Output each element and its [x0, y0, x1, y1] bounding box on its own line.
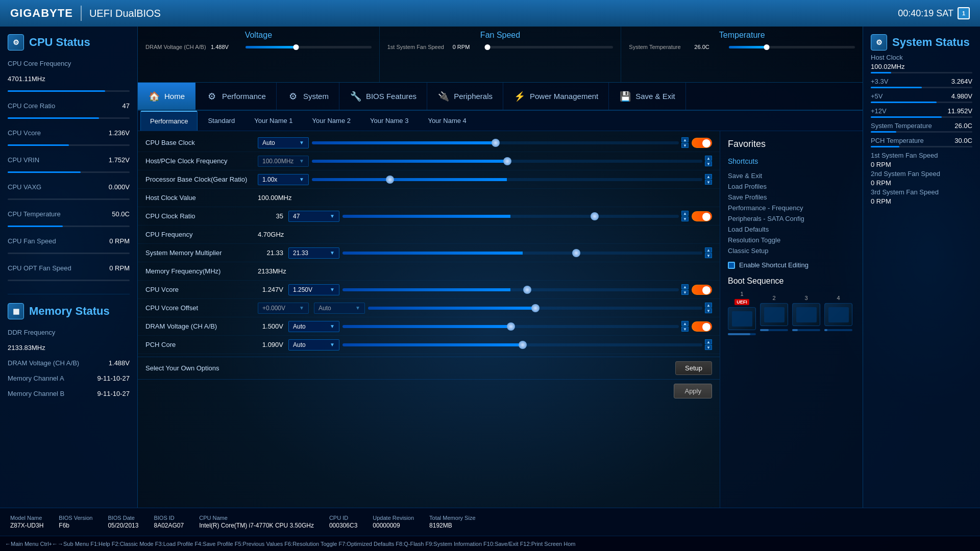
apply-button[interactable]: Apply [674, 384, 712, 398]
slider-track[interactable] [342, 288, 679, 291]
slider-arrows: ▲ ▼ [705, 247, 712, 258]
slider-up[interactable]: ▲ [681, 321, 689, 326]
shortcut-perf-freq[interactable]: Performance - Frequency [728, 203, 855, 213]
tab-performance[interactable]: ⚙ Performance [195, 83, 277, 110]
pch-core-dropdown[interactable]: Auto ▼ [288, 339, 339, 350]
tab-power[interactable]: ⚡ Power Management [503, 83, 609, 110]
setting-mem-freq: Memory Frequency(MHz) 2133MHz [138, 262, 720, 281]
slider-thumb[interactable] [503, 157, 511, 165]
boot-bar-2 [760, 329, 788, 331]
slider-up[interactable]: ▲ [681, 137, 689, 142]
clock-display: 00:40:19 SAT 1 [898, 7, 970, 19]
toggle-button[interactable] [692, 211, 712, 221]
cpu-vcore-offset-auto[interactable]: Auto ▼ [314, 303, 365, 314]
setup-button[interactable]: Setup [675, 361, 712, 375]
slider-thumb[interactable] [572, 249, 580, 257]
tab-peripherals[interactable]: 🔌 Peripherals [427, 83, 503, 110]
cpu-vcore-offset-label: CPU Vcore Offset [145, 304, 258, 312]
sys-mem-mult-dropdown[interactable]: 21.33 ▼ [288, 247, 339, 259]
shortcut-save-profiles[interactable]: Save Profiles [728, 192, 855, 203]
proc-base-dropdown[interactable]: 1.00x ▼ [258, 174, 309, 185]
tab-peripherals-label: Peripherals [454, 92, 493, 101]
slider-thumb[interactable] [531, 304, 540, 312]
shortcut-classic-setup[interactable]: Classic Setup [728, 245, 855, 256]
host-pcie-dropdown[interactable]: 100.00MHz ▼ [258, 156, 309, 167]
fan2-sys-val-row: 0 RPM [871, 179, 972, 187]
cpu-fan-row: CPU Fan Speed 0 RPM [8, 237, 130, 245]
dropdown-arrow: ▼ [330, 250, 335, 256]
toggle-button[interactable] [692, 321, 712, 332]
shortcut-load-profiles[interactable]: Load Profiles [728, 181, 855, 192]
slider-track[interactable] [312, 141, 679, 144]
sub-tab-your-name-1[interactable]: Your Name 1 [245, 111, 302, 131]
tab-home[interactable]: 🏠 Home [138, 83, 195, 110]
slider-thumb[interactable] [492, 139, 500, 147]
voltage-title: Voltage [145, 31, 372, 40]
sub-tab-your-name-3[interactable]: Your Name 3 [361, 111, 418, 131]
slider-down[interactable]: ▼ [681, 143, 689, 148]
tab-bios-label: BIOS Features [366, 92, 416, 101]
slider-down[interactable]: ▼ [705, 308, 712, 313]
sub-tab-your-name-2[interactable]: Your Name 2 [303, 111, 360, 131]
slider-up[interactable]: ▲ [681, 211, 689, 216]
slider-up[interactable]: ▲ [705, 247, 712, 253]
cpu-vcore-offset-dropdown[interactable]: +0.000V ▼ [258, 303, 309, 314]
cpu-vcore-dropdown[interactable]: 1.250V ▼ [288, 284, 339, 295]
slider-down[interactable]: ▼ [705, 253, 712, 258]
cpu-base-clock-dropdown[interactable]: Auto ▼ [258, 137, 309, 148]
tab-bios-features[interactable]: 🔧 BIOS Features [339, 83, 427, 110]
slider-track[interactable] [312, 160, 702, 163]
cpu-clock-ratio-val: 47 [293, 213, 300, 220]
slider-thumb[interactable] [386, 176, 394, 184]
cpu-core-ratio-row: CPU Core Ratio 47 [8, 102, 130, 110]
boot-icon-1[interactable] [728, 307, 756, 330]
boot-icon-3[interactable] [792, 303, 820, 326]
enable-editing-checkbox[interactable] [728, 262, 735, 269]
slider-down[interactable]: ▼ [681, 216, 689, 221]
slider-down[interactable]: ▼ [705, 161, 712, 166]
sub-tab-your-name-4[interactable]: Your Name 4 [419, 111, 475, 131]
slider-track[interactable] [342, 325, 679, 328]
sub-tab-performance[interactable]: Performance [140, 111, 198, 131]
shortcut-periph-sata[interactable]: Peripherals - SATA Config [728, 213, 855, 224]
slider-down[interactable]: ▼ [681, 327, 689, 332]
cpu-vcore-key: CPU Vcore [8, 129, 41, 137]
boot-icon-2[interactable] [760, 303, 788, 326]
slider-down[interactable]: ▼ [681, 290, 689, 295]
slider-thumb[interactable] [523, 286, 531, 294]
sub-tab-standard[interactable]: Standard [199, 111, 244, 131]
cpu-clock-ratio-dropdown[interactable]: 47 ▼ [288, 211, 339, 222]
shortcut-res-toggle[interactable]: Resolution Toggle [728, 235, 855, 245]
toggle-button[interactable] [692, 138, 712, 148]
shortcut-load-defaults[interactable]: Load Defaults [728, 224, 855, 235]
slider-track[interactable] [342, 343, 702, 346]
slider-track[interactable] [342, 252, 702, 255]
tab-system[interactable]: ⚙ System [277, 83, 339, 110]
shortcut-save-exit[interactable]: Save & Exit [728, 170, 855, 181]
slider-track[interactable] [368, 307, 702, 310]
slider-up[interactable]: ▲ [681, 284, 689, 289]
slider-up[interactable]: ▲ [705, 156, 712, 161]
slider-up[interactable]: ▲ [705, 303, 712, 308]
cpu-clock-ratio-label: CPU Clock Ratio [145, 212, 258, 220]
slider-up[interactable]: ▲ [705, 174, 712, 179]
slider-down[interactable]: ▼ [705, 345, 712, 350]
tab-save-exit[interactable]: 💾 Save & Exit [609, 83, 686, 110]
model-name-value: Z87X-UD3H [10, 522, 43, 529]
cpu-name-value: Intel(R) Core(TM) i7-4770K CPU 3.50GHz [199, 522, 314, 529]
proc-base-clock-label: Processor Base Clock(Gear Ratio) [145, 176, 258, 183]
top-header: GIGABYTE UEFI DualBIOS 00:40:19 SAT 1 [0, 0, 980, 27]
slider-thumb[interactable] [591, 212, 599, 220]
dram-voltage-dropdown[interactable]: Auto ▼ [288, 321, 339, 332]
boot-icon-4[interactable] [824, 303, 852, 326]
slider-thumb[interactable] [507, 322, 515, 331]
slider-track[interactable] [312, 178, 702, 181]
slider-thumb[interactable] [519, 341, 527, 349]
slider-down[interactable]: ▼ [705, 180, 712, 185]
select-own-label: Select Your Own Options [145, 364, 675, 372]
toggle-button[interactable] [692, 285, 712, 295]
tab-performance-label: Performance [222, 92, 266, 101]
fan3-sys-val-row: 0 RPM [871, 197, 972, 205]
slider-up[interactable]: ▲ [705, 339, 712, 344]
slider-track[interactable] [342, 215, 679, 218]
